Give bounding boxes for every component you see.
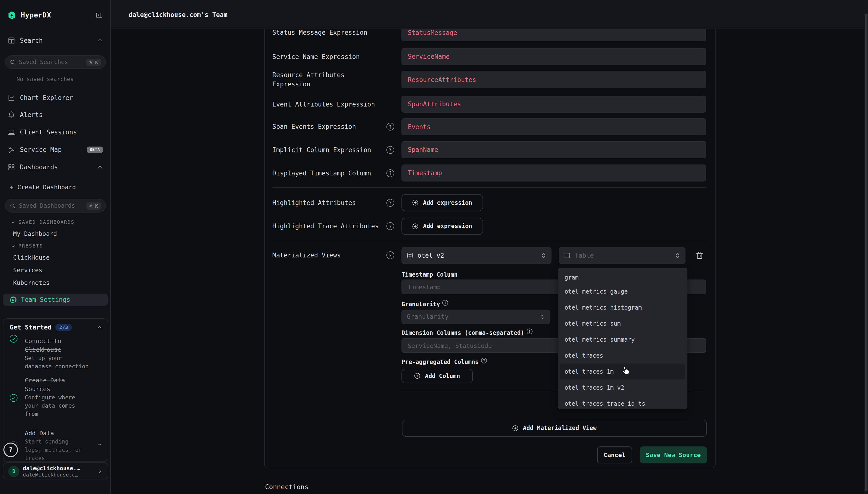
question-circle-icon[interactable]: ? [386,146,394,154]
form-row: Service Name Expression ServiceName [272,48,706,65]
sidebar-item-label: Service Map [20,146,62,153]
question-circle-icon[interactable]: ? [386,251,394,259]
add-expression-button[interactable]: Add expression [401,217,483,235]
sidebar-collapse-icon[interactable] [96,12,103,19]
help-button[interactable]: ? [3,442,18,457]
sidebar-item-team-settings[interactable]: Team Settings [3,293,108,306]
sidebar-item-services[interactable]: Services [13,266,42,274]
dropdown-option[interactable]: otel_metrics_sum [560,316,685,331]
question-circle-icon[interactable]: ? [386,199,394,207]
form-row: Span Events Expression ? Events [272,118,706,135]
dropdown-option[interactable]: otel_traces [560,347,685,363]
saved-dashboards-section[interactable]: SAVED DASHBOARDS [11,219,75,225]
divider [272,241,706,241]
span-events-expression-input[interactable]: Events [401,118,706,135]
granularity-select[interactable]: Granularity [401,309,550,324]
dropdown-option[interactable]: otel_traces_1m_v2 [560,379,685,396]
scrollbar-thumb[interactable] [865,14,868,491]
get-started-step[interactable]: Create Data Sources Configure where your… [25,376,75,418]
question-circle-icon[interactable]: ? [386,222,394,230]
event-attributes-expression-input[interactable]: SpanAttributes [401,96,706,113]
question-circle-icon[interactable]: ? [481,358,487,363]
question-circle-icon[interactable]: ? [386,123,394,131]
sidebar: HyperDX Search Saved Searches ⌘ K No sav… [0,0,111,494]
sidebar-item-chart-explorer[interactable]: Chart Explorer [0,91,111,104]
sidebar-item-label: Alerts [20,111,43,118]
view-select-value: otel_v2 [417,252,536,259]
get-started-step[interactable]: Connect to ClickHouse Set up your databa… [25,337,89,371]
gear-icon [10,296,17,303]
dashboards-grid-icon [8,163,15,171]
dropdown-option[interactable]: otel_metrics_histogram [560,299,685,316]
sidebar-item-clickhouse[interactable]: ClickHouse [13,254,50,261]
form-row: Highlighted Attributes ? Add expression [272,194,706,211]
dropdown-option[interactable]: otel_metrics_gauge [560,283,685,299]
connections-title: Connections [265,483,308,491]
field-label: Materialized Views [272,252,341,259]
save-new-source-button[interactable]: Save New Source [640,446,707,463]
field-label: Status Message Expression [272,29,367,36]
saved-dashboards-input[interactable]: Saved Dashboards ⌘ K [5,199,106,212]
dropdown-option[interactable]: otel_metrics_summary [560,331,685,347]
field-label: Service Name Expression [272,53,360,60]
sidebar-item-kubernetes[interactable]: Kubernetes [13,279,50,286]
field-label: Resource Attributes Expression [272,70,344,89]
field-label: Event Attributes Expression [272,100,375,108]
sidebar-item-search[interactable]: Search [0,34,111,46]
table-select[interactable]: Table [559,247,685,264]
field-label: Highlighted Attributes [272,199,356,206]
search-icon [10,59,16,65]
hyperdx-logo-icon [8,11,16,19]
presets-section[interactable]: PRESETS [11,243,43,248]
get-started-title: Get Started [10,324,52,331]
service-name-expression-input[interactable]: ServiceName [401,48,706,65]
sidebar-item-alerts[interactable]: Alerts [0,108,111,121]
sidebar-item-dashboards[interactable]: Dashboards [0,160,111,173]
progress-badge: 2/3 [55,324,72,331]
user-profile-card[interactable]: D dale@clickhouse.… dale@clickhouse.c… [3,462,108,479]
chevron-up-icon[interactable] [97,324,102,330]
resource-attributes-expression-input[interactable]: ResourceAttributes [401,71,706,88]
question-circle-icon[interactable]: ? [527,328,532,334]
question-circle-icon[interactable]: ? [386,169,394,177]
table-select-placeholder: Table [575,252,671,259]
sidebar-item-service-map[interactable]: Service Map BETA [0,143,111,156]
plus-icon: + [10,183,14,190]
create-dashboard-label: Create Dashboard [18,183,76,190]
sidebar-item-label: Chart Explorer [20,94,73,101]
sidebar-item-client-sessions[interactable]: Client Sessions [0,126,111,138]
step-done-check-icon [10,335,18,343]
step-title: Sources [25,385,75,394]
user-email: dale@clickhouse.c… [23,472,78,477]
dropdown-option[interactable]: otel_traces_trace_id_ts [560,396,685,409]
implicit-column-expression-input[interactable]: SpanName [401,141,706,158]
scrollbar[interactable] [864,0,868,494]
add-materialized-view-button[interactable]: Add Materialized View [402,419,707,437]
section-label: PRESETS [18,243,43,248]
beta-badge: BETA [87,146,103,153]
table-select-dropdown: gram otel_metrics_gauge otel_metrics_his… [558,268,687,409]
cancel-button[interactable]: Cancel [597,446,632,463]
trash-icon[interactable] [696,251,703,259]
step-title: Create Data [25,376,75,385]
add-column-button[interactable]: Add Column [401,368,473,383]
saved-searches-placeholder: Saved Searches [19,59,83,65]
step-desc: Set up your [25,354,89,362]
user-name: dale@clickhouse.… [23,465,80,472]
get-started-step[interactable]: Add Data Start sending logs, metrics, or… [25,429,82,462]
form-row: Implicit Column Expression ? SpanName [272,141,706,158]
mouse-cursor [620,366,630,377]
database-icon [407,252,413,259]
question-circle-icon[interactable]: ? [442,300,448,306]
step-title: ClickHouse [25,345,89,354]
chevron-up-icon [97,37,103,43]
displayed-timestamp-column-input[interactable]: Timestamp [401,165,706,182]
sidebar-item-my-dashboard[interactable]: My Dashboard [13,230,57,237]
view-select[interactable]: otel_v2 [401,247,551,264]
dropdown-option[interactable]: gram [560,268,685,283]
app-title: HyperDX [21,11,51,19]
create-dashboard-button[interactable]: + Create Dashboard [0,180,111,193]
saved-searches-input[interactable]: Saved Searches ⌘ K [5,55,106,69]
add-expression-button[interactable]: Add expression [401,194,483,211]
get-started-card: Get Started 2/3 Connect to ClickHouse Se… [3,318,108,462]
